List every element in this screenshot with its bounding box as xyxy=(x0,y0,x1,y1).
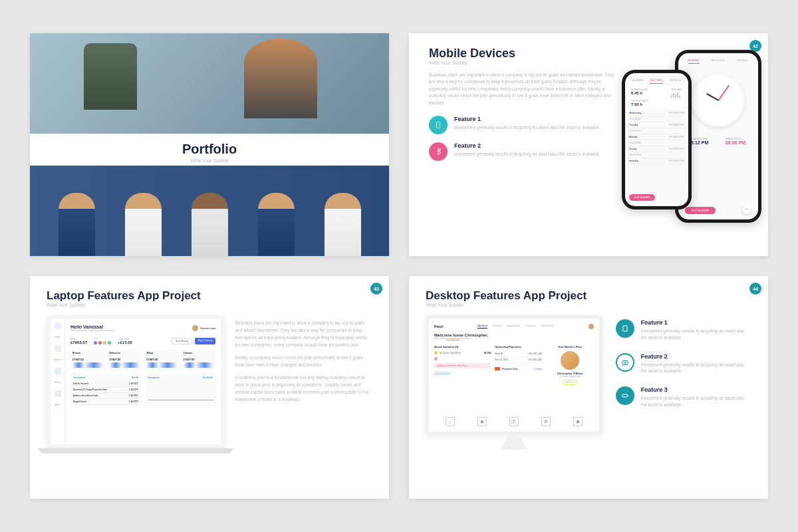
svg-rect-4 xyxy=(622,394,627,397)
feature-body: Investment generally results in acquirin… xyxy=(641,395,751,408)
feature-body: Investment generally results in acquirin… xyxy=(454,151,600,158)
payments-column: Upcoming Payments April 30+$1,260 +$43 N… xyxy=(495,345,542,385)
page-number-badge: 43 xyxy=(370,283,382,295)
body-paragraph: A business plan is a fundamental tool an… xyxy=(235,374,372,403)
person-avatar xyxy=(325,193,361,256)
tab-payments: Payments xyxy=(525,325,536,329)
feature-item: Feature 1 Investment generally results i… xyxy=(429,116,615,134)
feature-body: Investment generally results in acquirin… xyxy=(641,362,751,375)
camera-icon: ◉ xyxy=(477,417,487,426)
person-avatar xyxy=(192,193,228,256)
avatar xyxy=(192,325,198,331)
bluetooth-icon xyxy=(429,142,448,161)
stat-card: AVERAGE SLEEP 6.45 h THIS WEEK LAST RECO… xyxy=(629,86,684,108)
coin-card: BitcoinBTC£1907.00 xyxy=(70,350,105,370)
tab-records: RECORDS xyxy=(650,78,663,84)
analytics-icon xyxy=(55,345,61,352)
svg-point-3 xyxy=(624,362,626,364)
add-button: + xyxy=(742,205,751,214)
alerts-icon xyxy=(55,390,61,397)
phone-mockups: ALARMS RECORDS PROFILE AVERAGE SLEEP 6.4… xyxy=(622,47,755,256)
coin-card: LitecoinLTC£1907.00 xyxy=(182,350,216,370)
comparison-panel: ComparisonSee Details xyxy=(145,374,215,408)
home-icon: ⌂ xyxy=(446,417,455,426)
stat-value: 7.50 h xyxy=(631,102,682,106)
battery-icon xyxy=(616,386,634,405)
edit-alarms-button: EDIT ALARMS xyxy=(629,194,655,201)
text-column: Business plans are important to allow a … xyxy=(235,289,372,485)
profit-stat: Today's Profit +£13.00 xyxy=(118,338,132,344)
slide-title: Desktop Features App Project xyxy=(426,289,602,303)
renter-pass-column: Your Renter's Pass Christopher O'Brien c… xyxy=(547,345,594,385)
svg-rect-2 xyxy=(622,360,628,364)
user-badge: Vanessa Lewis xyxy=(192,325,215,332)
camera-icon: ◉ xyxy=(573,417,583,426)
balance-stat: Balance £7903.07 xyxy=(70,338,87,344)
tab-renter-pass: Renter Pass xyxy=(541,325,554,329)
feature-text: Feature 2 Investment generally results i… xyxy=(454,142,600,158)
coin-card: EthereumETH£1907.00 xyxy=(108,350,142,370)
buy-currency-button: Buy Currency xyxy=(195,338,215,344)
slide-subtitle: Write Your Subtitle xyxy=(426,303,602,307)
tab-alarms: ALARMS xyxy=(632,78,643,84)
person-avatar xyxy=(258,193,295,256)
transactions-panel: TransactionsSee All Sold for the week1.9… xyxy=(70,374,141,408)
stat-value: 6.45 h xyxy=(631,91,648,95)
slide-title: Portfolio xyxy=(30,142,389,157)
records-list: Wednesday49.3 MINUTES 01/23/2019 Tuesday… xyxy=(629,110,684,164)
feature-title: Feature 1 xyxy=(641,319,751,326)
welcome-block: Welcome home Christopher, you have a ren… xyxy=(434,333,594,340)
content-column: Mobile Devices Write Your Subtitle Busin… xyxy=(429,47,622,256)
desktop-mockup: Petch My Home Statistics Applications Pa… xyxy=(426,315,602,435)
feature-body: Investment generally results in acquirin… xyxy=(641,328,751,341)
content-column: Laptop Features App Project Write Your S… xyxy=(47,289,225,485)
phone-mockup-small: ALARMS RECORDS PROFILE AVERAGE SLEEP 6.4… xyxy=(622,70,692,209)
comparison-chart xyxy=(148,381,213,404)
content-column: Desktop Features App Project Write Your … xyxy=(426,289,602,485)
feature-item: Feature 2Investment generally results in… xyxy=(616,353,751,375)
slide-subtitle: Write Your Subtitle xyxy=(429,61,615,65)
phone-icon xyxy=(429,116,448,134)
history-icon xyxy=(55,368,61,374)
slide-title: Laptop Features App Project xyxy=(47,289,225,303)
sidebar: Wallet Analytics History Alerts xyxy=(51,319,65,444)
slide-mobile-devices: 42 Mobile Devices Write Your Subtitle Bu… xyxy=(409,33,768,256)
svg-rect-0 xyxy=(437,122,440,128)
document-icon xyxy=(616,319,634,338)
page-number-badge: 44 xyxy=(749,283,761,295)
slide-subtitle: Write Your Subtitle xyxy=(47,303,225,307)
svg-rect-1 xyxy=(623,326,627,331)
edit-alarms-button: EDIT ALARMS xyxy=(685,207,716,214)
wake-time: WAKE UP IN 08:00 PM xyxy=(726,137,745,145)
feature-item: Feature 3Investment generally results in… xyxy=(616,386,751,408)
app-logo: Petch xyxy=(434,325,444,329)
tab-my-home: My Home xyxy=(477,325,487,329)
slide-portfolio: Portfolio Write Your Subtitle xyxy=(30,33,389,256)
person-avatar xyxy=(125,193,162,256)
feature-text: Feature 1 Investment generally results i… xyxy=(454,116,600,131)
body-text: Business plans are important to allow a … xyxy=(429,72,615,106)
feature-title: Feature 3 xyxy=(641,386,751,393)
coins-stat: Coins xyxy=(94,337,111,344)
slide-subtitle: Write Your Subtitle xyxy=(30,158,389,163)
welcome-text: Welcome to your cryptocurrency overview xyxy=(70,329,114,332)
feature-title: Feature 2 xyxy=(641,353,751,360)
title-band: Portfolio Write Your Subtitle xyxy=(30,134,389,166)
tab-profile: PROFILE xyxy=(737,59,748,64)
person-avatar xyxy=(59,193,95,256)
tab-applications: Applications xyxy=(507,325,520,329)
feature-title: Feature 1 xyxy=(454,116,600,122)
features-column: Feature 1Investment generally results in… xyxy=(616,289,751,485)
coin-card: ZilliqaZIL£1907.00 xyxy=(144,350,179,370)
laptop-mockup: Wallet Analytics History Alerts Hello Va… xyxy=(47,315,225,448)
alarm-time: ALARM TIME 8:12 PM xyxy=(691,137,708,145)
camera-icon xyxy=(616,353,634,372)
stat-label: THIS WEEK xyxy=(671,88,682,91)
tab-profile: PROFILE xyxy=(670,78,681,84)
slide-title: Mobile Devices xyxy=(429,47,615,61)
slide-desktop-features: 44 Desktop Features App Project Write Yo… xyxy=(409,276,768,499)
renter-avatar xyxy=(561,351,579,370)
body-paragraph: Business plans are important to allow a … xyxy=(235,319,372,348)
toolbar-icons: ⌂ ◉ ◫ ⊚ ◉ xyxy=(434,412,594,426)
slide-laptop-features: 43 Laptop Features App Project Write You… xyxy=(30,276,389,499)
